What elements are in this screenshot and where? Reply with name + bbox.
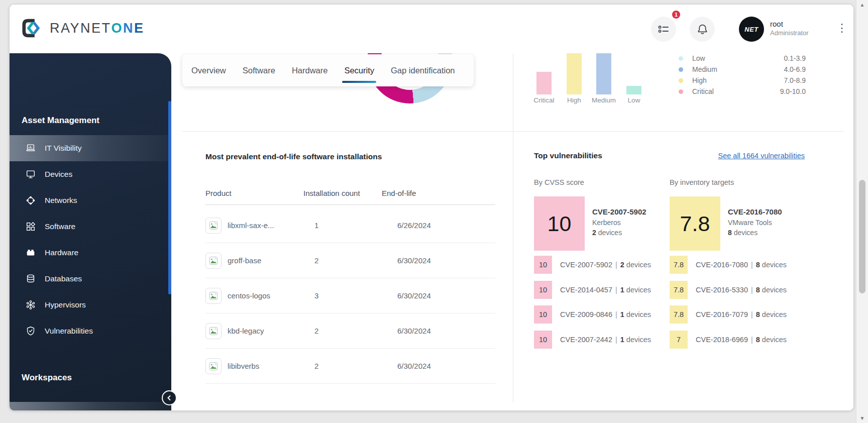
network-icon	[25, 194, 37, 206]
tab-hardware[interactable]: Hardware	[292, 66, 328, 75]
end-of-life-date: 6/30/2024	[397, 327, 431, 335]
cve-id[interactable]: CVE-2016-7080	[728, 206, 782, 218]
featured-vulnerability-card-targets[interactable]: 7.8	[670, 196, 720, 251]
table-row[interactable]: libxml-sax-e... 1 6/26/2024	[205, 208, 495, 243]
sidebar-item-it-visibility[interactable]: IT Visibility	[10, 135, 171, 161]
task-list-icon	[658, 24, 669, 35]
list-item[interactable]: 7.8 CVE-2016-7079|8devices	[670, 305, 787, 324]
bell-icon	[697, 24, 708, 35]
installation-count: 2	[314, 327, 318, 335]
column-header-installation-count[interactable]: Installation count	[303, 189, 360, 197]
column-header-end-of-life[interactable]: End-of-life	[382, 189, 416, 197]
sidebar-item-databases[interactable]: Databases	[10, 266, 171, 292]
table-row[interactable]: libibverbs 2 6/30/2024	[205, 349, 495, 384]
cve-summary: CVE-2007-5902|2devices	[560, 261, 651, 269]
scrollbar-down-arrow[interactable]: ▼	[856, 415, 868, 421]
cve-summary: CVE-2009-0846|1devices	[560, 310, 651, 319]
notifications-button[interactable]	[690, 17, 715, 42]
brand-logo[interactable]: RAYNETONE	[22, 18, 145, 38]
scrollbar-thumb[interactable]	[859, 180, 865, 293]
end-of-life-date: 6/30/2024	[397, 362, 431, 370]
legend-dot-critical	[679, 89, 683, 94]
avatar-text: NET	[744, 26, 758, 33]
vulnerabilities-panel-title: Top vulnerabilities	[534, 151, 602, 160]
sidebar-scrollbar-thumb[interactable]	[168, 101, 171, 294]
cvss-score-badge: 10	[534, 256, 552, 274]
bar-critical[interactable]	[536, 72, 552, 94]
shield-check-icon	[25, 325, 37, 337]
overflow-menu-button[interactable]: ⋮	[832, 22, 851, 35]
tab-security[interactable]: Security	[344, 66, 374, 75]
sidebar-item-workspace-asset-management[interactable]: Asset Management	[10, 402, 171, 411]
featured-vulnerability-card-cvss[interactable]: 10	[534, 196, 585, 251]
list-item[interactable]: 10 CVE-2007-5902|2devices	[534, 256, 651, 274]
sidebar-item-hypervisors[interactable]: Hypervisors	[10, 292, 171, 318]
user-avatar[interactable]: NET	[739, 17, 764, 42]
tab-software[interactable]: Software	[243, 66, 275, 75]
user-info[interactable]: root Administrator	[770, 20, 809, 37]
column-header-product[interactable]: Product	[205, 189, 232, 197]
severity-donut-panel: Overview Software Hardware Security Gap …	[171, 53, 513, 131]
software-grid-icon	[25, 221, 37, 233]
legend-item-critical[interactable]: Critical 9.0-10.0	[679, 86, 806, 97]
cve-summary: CVE-2016-5330|8devices	[696, 286, 787, 294]
featured-vulnerability-info: CVE-2016-7080 VMware Tools 8 devices	[728, 206, 782, 238]
sidebar-item-software[interactable]: Software	[10, 214, 171, 240]
legend-dot-low	[679, 56, 683, 61]
cve-id[interactable]: CVE-2007-5902	[592, 206, 646, 218]
cvss-score-badge: 10	[534, 281, 552, 299]
sidebar-item-networks[interactable]: Networks	[10, 187, 171, 214]
notification-count-badge: 1	[671, 10, 681, 20]
legend-item-medium[interactable]: Medium 4.0-6.9	[679, 64, 806, 75]
cvss-range: 4.0-6.9	[784, 65, 806, 73]
list-item[interactable]: 10 CVE-2007-2442|1devices	[534, 331, 651, 349]
list-item[interactable]: 10 CVE-2014-0457|1devices	[534, 281, 651, 299]
list-item[interactable]: 7.8 CVE-2016-7080|8devices	[670, 256, 787, 274]
sidebar-collapse-button[interactable]	[162, 390, 177, 405]
page-scrollbar[interactable]: ▲ ▼	[856, 0, 868, 423]
table-row[interactable]: groff-base 2 6/30/2024	[205, 243, 495, 278]
device-count: 8	[756, 310, 760, 319]
task-list-button[interactable]	[651, 17, 676, 42]
product-image-placeholder-icon	[205, 323, 222, 339]
bar-chart-x-axis: Critical High Medium Low	[513, 96, 664, 107]
eol-table-header: Product Installation count End-of-life	[205, 183, 495, 205]
sidebar-section-heading: Asset Management	[22, 116, 99, 126]
device-count: 1	[620, 336, 624, 344]
cvss-score-badge: 10	[534, 331, 552, 349]
product-image-placeholder-icon	[205, 253, 222, 269]
product-name: groff-base	[228, 256, 261, 265]
product-name: kbd-legacy	[228, 327, 264, 335]
table-row[interactable]: centos-logos 3 6/30/2024	[205, 278, 495, 313]
cvss-score: 10	[548, 212, 572, 236]
legend-item-low[interactable]: Low 0.1-3.9	[679, 53, 806, 64]
table-row[interactable]: kbd-legacy 2 6/30/2024	[205, 313, 495, 349]
cve-id: CVE-2007-2442	[560, 336, 612, 344]
see-all-vulnerabilities-link[interactable]: See all 1664 vulnerabilities	[718, 152, 805, 160]
sidebar-item-devices[interactable]: Devices	[10, 161, 171, 187]
main-content: Overview Software Hardware Security Gap …	[171, 53, 853, 410]
list-item[interactable]: 7.8 CVE-2016-5330|8devices	[670, 281, 787, 299]
list-item[interactable]: 7 CVE-2018-6969|8devices	[670, 331, 787, 349]
bar-high[interactable]	[567, 53, 582, 94]
tab-gap-identification[interactable]: Gap identification	[391, 66, 455, 75]
device-count: 1	[620, 286, 624, 294]
legend-item-high[interactable]: High 7.0-8.9	[679, 75, 806, 86]
legend-dot-medium	[679, 67, 683, 72]
cvss-score-list: 10 CVE-2007-5902|2devices 10 CVE-2014-04…	[534, 256, 651, 355]
monitor-icon	[25, 168, 37, 180]
axis-label-low: Low	[614, 96, 654, 104]
sidebar: Asset Management IT Visibility Devices	[10, 53, 171, 411]
tab-overview[interactable]: Overview	[191, 66, 226, 75]
scrollbar-up-arrow[interactable]: ▲	[856, 2, 868, 8]
product-name: libibverbs	[228, 362, 259, 370]
bar-low[interactable]	[626, 86, 641, 94]
sidebar-item-hardware[interactable]: Hardware	[10, 240, 171, 266]
sidebar-item-vulnerabilities[interactable]: Vulnerabilities	[10, 318, 171, 344]
product-image-placeholder-icon	[205, 358, 222, 374]
list-item[interactable]: 10 CVE-2009-0846|1devices	[534, 305, 651, 324]
severity-legend: Low 0.1-3.9 Medium 4.0-6.9 High 7.0-8.9 …	[679, 53, 806, 97]
bar-medium[interactable]	[596, 53, 611, 94]
product-image-placeholder-icon	[205, 218, 222, 234]
product-name: libxml-sax-e...	[228, 221, 274, 230]
